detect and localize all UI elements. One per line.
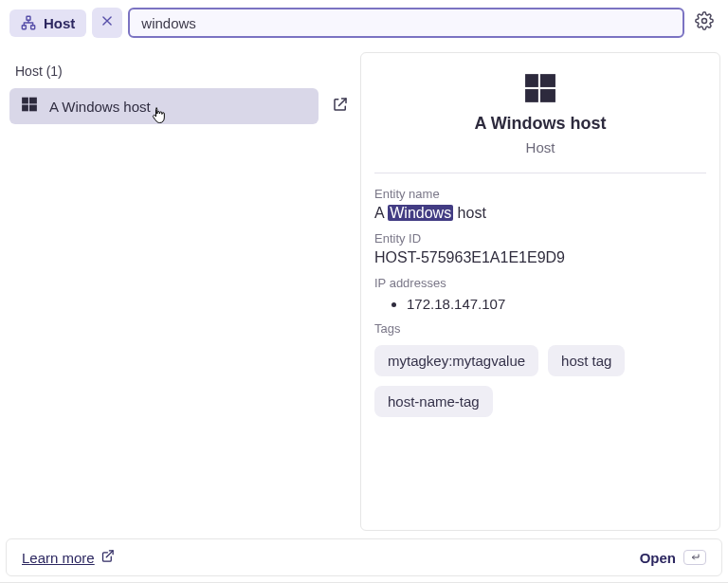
svg-rect-11 <box>540 89 555 102</box>
svg-rect-7 <box>29 105 37 112</box>
enter-key-icon <box>683 550 706 565</box>
svg-rect-4 <box>22 98 28 104</box>
open-link[interactable]: Open <box>640 550 706 566</box>
svg-rect-6 <box>22 105 28 112</box>
detail-title: A Windows host <box>474 114 606 134</box>
result-item-windows-host[interactable]: A Windows host <box>9 88 318 124</box>
entity-name-highlight: Windows <box>388 205 453 221</box>
open-label: Open <box>640 550 676 566</box>
ip-address-item: 172.18.147.107 <box>407 296 706 312</box>
svg-rect-5 <box>29 98 37 104</box>
entity-id-label: Entity ID <box>374 231 706 246</box>
windows-icon <box>524 72 556 108</box>
settings-button[interactable] <box>690 9 719 37</box>
svg-rect-10 <box>525 89 538 102</box>
detail-panel: A Windows host Host Entity name A Window… <box>360 52 720 531</box>
tag-chip[interactable]: host tag <box>548 345 625 376</box>
open-in-new-button[interactable] <box>326 92 355 120</box>
ip-addresses-list: 172.18.147.107 <box>374 296 706 312</box>
results-section-header: Host (1) <box>9 54 355 88</box>
tag-chip[interactable]: mytagkey:mytagvalue <box>374 345 538 376</box>
learn-more-link[interactable]: Learn more <box>22 549 115 566</box>
windows-icon <box>21 96 38 117</box>
gear-icon <box>695 11 714 34</box>
svg-rect-9 <box>540 74 555 87</box>
detail-subtitle: Host <box>526 139 555 155</box>
external-link-icon <box>100 549 115 566</box>
tags-label: Tags <box>374 321 706 336</box>
search-input[interactable] <box>128 8 684 38</box>
filter-chip-close[interactable] <box>92 8 122 38</box>
close-icon <box>100 14 114 31</box>
learn-more-label: Learn more <box>22 550 95 566</box>
entity-name-suffix: host <box>453 205 486 221</box>
entity-name-value: A Windows host <box>374 205 706 222</box>
entity-name-prefix: A <box>374 205 388 221</box>
ip-addresses-label: IP addresses <box>374 276 706 290</box>
open-in-new-icon <box>332 96 349 117</box>
tag-chip[interactable]: host-name-tag <box>374 386 493 417</box>
hierarchy-icon <box>21 15 36 30</box>
filter-chip-label: Host <box>44 15 75 31</box>
entity-name-label: Entity name <box>374 187 706 201</box>
entity-id-value: HOST-575963E1A1E1E9D9 <box>374 249 706 266</box>
svg-point-3 <box>702 19 707 24</box>
result-item-label: A Windows host <box>49 99 151 115</box>
filter-chip-host[interactable]: Host <box>9 9 86 37</box>
svg-rect-8 <box>525 74 538 87</box>
